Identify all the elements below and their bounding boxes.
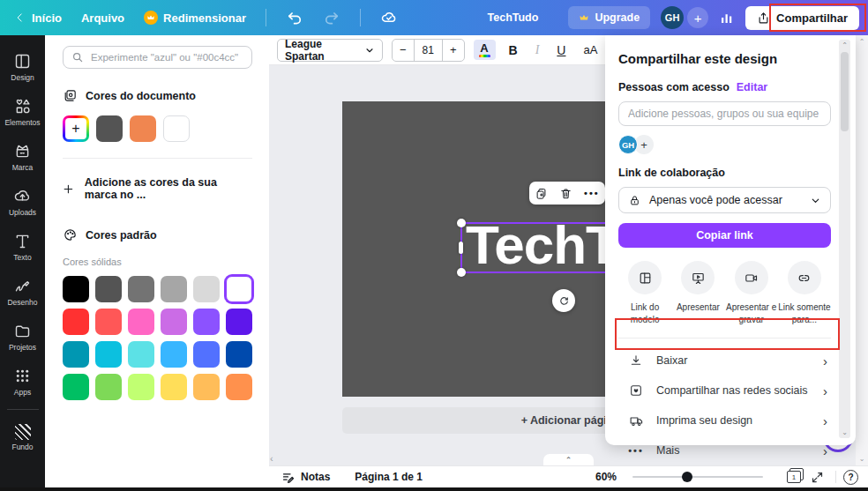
- undo-icon[interactable]: [286, 9, 303, 26]
- resize-button[interactable]: Redimensionar: [144, 11, 246, 25]
- color-swatch[interactable]: [128, 276, 154, 302]
- sidebar-item-uploads[interactable]: Uploads: [0, 179, 45, 224]
- insights-chart-icon[interactable]: [719, 10, 735, 26]
- link-access-select[interactable]: Apenas você pode acessar: [618, 187, 831, 213]
- document-title[interactable]: TechTudo: [488, 11, 539, 24]
- trash-icon[interactable]: [559, 187, 572, 200]
- color-swatch[interactable]: [226, 309, 252, 335]
- add-member-button[interactable]: +: [687, 7, 708, 28]
- color-swatch[interactable]: [226, 374, 252, 400]
- color-swatch[interactable]: [226, 341, 252, 368]
- color-swatch[interactable]: [96, 115, 123, 142]
- zoom-level[interactable]: 60%: [595, 471, 617, 483]
- sidebar-item-desenho[interactable]: Desenho: [0, 269, 45, 314]
- chevron-down-icon: [364, 45, 375, 56]
- duplicate-icon[interactable]: [535, 187, 548, 200]
- fullscreen-button[interactable]: [805, 468, 828, 486]
- upgrade-button[interactable]: Upgrade: [568, 6, 650, 29]
- underline-button[interactable]: U: [552, 41, 570, 60]
- sidebar-item-fundo[interactable]: Fundo: [0, 415, 45, 460]
- color-search-input[interactable]: Experimente "azul" ou "#00c4cc": [63, 46, 252, 69]
- text-color-button[interactable]: A: [474, 40, 496, 60]
- scroll-left-arrow[interactable]: ‹: [270, 453, 273, 464]
- print-menu-item[interactable]: Imprima seu design ›: [618, 405, 831, 435]
- edit-access-link[interactable]: Editar: [737, 81, 767, 93]
- solid-colors-label: Cores sólidas: [63, 257, 252, 267]
- color-swatch[interactable]: [95, 374, 122, 400]
- color-swatch[interactable]: [63, 341, 89, 368]
- sidebar-item-elementos[interactable]: Elementos: [0, 89, 45, 134]
- font-size-increase[interactable]: +: [443, 40, 464, 61]
- share-button[interactable]: Compartilhar: [745, 6, 859, 30]
- download-menu-item[interactable]: Baixar ›: [618, 346, 831, 376]
- social-share-menu-item[interactable]: Compartilhar nas redes sociais ›: [618, 376, 831, 405]
- color-swatch[interactable]: [95, 276, 122, 302]
- page-indicator: Página 1 de 1: [355, 471, 423, 483]
- font-size-value[interactable]: 81: [414, 40, 443, 61]
- more-options-icon[interactable]: •••: [584, 188, 600, 198]
- avatar[interactable]: GH: [661, 6, 684, 29]
- more-menu-item[interactable]: ••• Mais ›: [618, 435, 831, 465]
- template-link-action[interactable]: Link do modelo: [618, 261, 671, 326]
- help-button[interactable]: ?: [843, 470, 858, 485]
- scrollbar-thumb[interactable]: [841, 52, 849, 131]
- presentation-icon: [691, 271, 706, 286]
- color-swatch[interactable]: [193, 309, 220, 335]
- color-swatch[interactable]: [163, 115, 190, 142]
- add-people-input[interactable]: Adicione pessoas, grupos ou sua equipe: [618, 101, 831, 126]
- font-size-decrease[interactable]: −: [393, 40, 414, 61]
- view-only-link-action[interactable]: Link somente para...: [778, 261, 831, 326]
- color-swatch[interactable]: [161, 309, 187, 335]
- copy-link-button[interactable]: Copiar link: [618, 223, 831, 248]
- add-brand-colors-button[interactable]: Adicione as cores da sua marca no ...: [63, 176, 252, 201]
- color-swatch[interactable]: [193, 341, 220, 368]
- sidebar-item-projetos[interactable]: Projetos: [0, 314, 45, 359]
- zoom-slider-thumb[interactable]: [682, 472, 692, 482]
- color-swatch[interactable]: [63, 309, 89, 335]
- color-swatch[interactable]: [130, 115, 156, 142]
- italic-button[interactable]: I: [531, 41, 544, 60]
- color-swatch[interactable]: [161, 341, 187, 368]
- color-swatch[interactable]: [63, 374, 89, 400]
- color-swatch[interactable]: [128, 309, 154, 335]
- color-swatch[interactable]: [226, 276, 252, 302]
- notes-button[interactable]: Notas: [281, 471, 330, 484]
- text-case-button[interactable]: aA: [579, 41, 602, 59]
- color-swatch[interactable]: [63, 276, 89, 302]
- resize-handle[interactable]: [457, 219, 466, 227]
- font-family-select[interactable]: League Spartan: [277, 39, 383, 62]
- file-menu-button[interactable]: Arquivo: [81, 11, 124, 25]
- present-action[interactable]: Apresentar: [671, 261, 724, 326]
- bold-button[interactable]: B: [505, 41, 522, 60]
- color-swatch[interactable]: [193, 374, 220, 400]
- grid-view-button[interactable]: 1: [782, 468, 805, 486]
- color-swatch[interactable]: [161, 276, 187, 302]
- present-record-action[interactable]: Apresentar e gravar: [725, 261, 778, 326]
- resize-handle[interactable]: [457, 268, 466, 277]
- color-swatch[interactable]: [128, 374, 154, 400]
- back-home-button[interactable]: Início: [14, 11, 62, 25]
- color-swatch[interactable]: [95, 309, 122, 335]
- color-swatch[interactable]: [95, 341, 122, 368]
- side-resize-handle[interactable]: [459, 242, 463, 254]
- collapse-panel-tab[interactable]: ⌃: [543, 454, 594, 466]
- color-swatch[interactable]: [161, 374, 187, 400]
- rotate-handle[interactable]: [552, 289, 575, 312]
- redo-icon[interactable]: [323, 9, 340, 26]
- color-swatch[interactable]: [193, 276, 220, 302]
- more-dots-icon: •••: [628, 443, 644, 458]
- scroll-down-arrow[interactable]: ⌄: [842, 428, 848, 436]
- chevron-right-icon: ›: [823, 443, 827, 458]
- add-color-button[interactable]: +: [63, 115, 89, 142]
- sidebar-item-texto[interactable]: Texto: [0, 224, 45, 269]
- window-scrollbar[interactable]: ⌃⌄: [856, 35, 868, 465]
- color-swatch[interactable]: [128, 341, 154, 368]
- zoom-slider[interactable]: [632, 476, 763, 478]
- scroll-up-arrow[interactable]: ⌃: [842, 41, 848, 49]
- dialog-scrollbar[interactable]: ⌃ ⌄: [839, 40, 850, 438]
- element-actions-toolbar: •••: [529, 182, 605, 205]
- sidebar-item-marca[interactable]: Marca: [0, 134, 45, 179]
- avatar[interactable]: GH: [618, 135, 638, 154]
- sidebar-item-design[interactable]: Design: [0, 44, 45, 89]
- sidebar-item-apps[interactable]: Apps: [0, 359, 45, 404]
